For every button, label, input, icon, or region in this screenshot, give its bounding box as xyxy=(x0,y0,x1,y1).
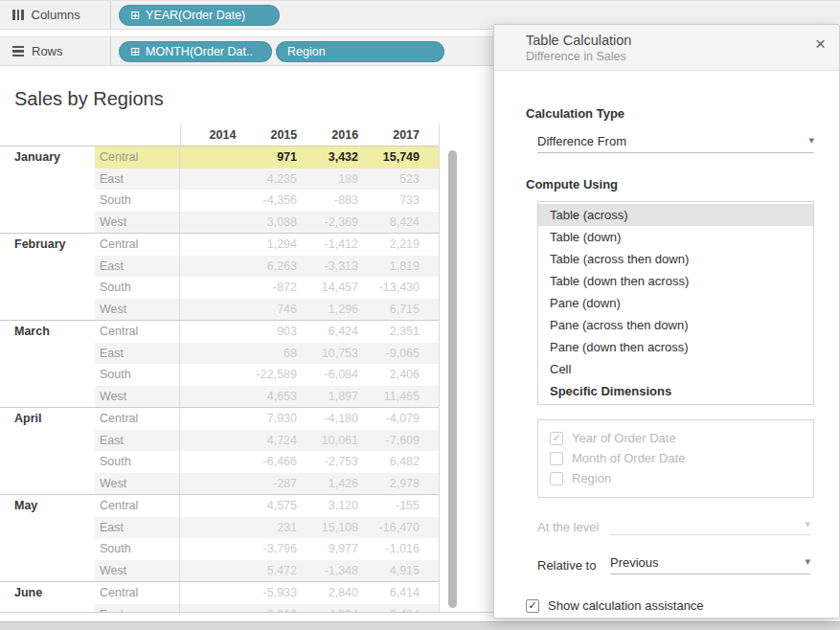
value-cell[interactable] xyxy=(180,277,241,299)
value-cell[interactable]: 231 xyxy=(241,517,303,539)
value-cell[interactable]: -4,180 xyxy=(303,408,364,430)
value-cell[interactable]: 15,749 xyxy=(364,146,425,169)
region-label[interactable]: West xyxy=(95,560,180,582)
region-label[interactable]: Central xyxy=(95,582,180,604)
value-cell[interactable] xyxy=(180,451,241,473)
region-label[interactable]: East xyxy=(95,517,180,539)
value-cell[interactable]: -872 xyxy=(241,277,303,299)
value-cell[interactable]: 4,724 xyxy=(241,430,303,452)
compute-option[interactable]: Table (down) xyxy=(538,226,813,248)
value-cell[interactable]: -6,466 xyxy=(241,451,303,473)
region-label[interactable]: South xyxy=(95,451,180,473)
value-cell[interactable]: 10,061 xyxy=(303,430,364,452)
month-label[interactable]: April xyxy=(0,408,95,494)
value-cell[interactable]: 5,472 xyxy=(241,560,303,582)
region-label[interactable]: Central xyxy=(95,146,180,169)
value-cell[interactable]: -22,589 xyxy=(241,364,303,386)
columns-pill-area[interactable]: ⊞YEAR(Order Date) xyxy=(111,5,280,26)
value-cell[interactable]: 4,915 xyxy=(364,560,425,582)
compute-option[interactable]: Pane (across then down) xyxy=(538,314,813,336)
value-cell[interactable]: 10,753 xyxy=(303,343,364,365)
region-label[interactable]: Central xyxy=(95,495,180,517)
region-label[interactable]: South xyxy=(95,364,180,386)
value-cell[interactable] xyxy=(180,364,241,386)
value-cell[interactable]: 2,406 xyxy=(364,364,425,386)
compute-option[interactable]: Pane (down then across) xyxy=(538,336,813,358)
value-cell[interactable]: -4,079 xyxy=(364,408,425,430)
year-header[interactable]: 2015 xyxy=(241,124,303,146)
value-cell[interactable]: 2,216 xyxy=(241,604,303,614)
value-cell[interactable]: 2,219 xyxy=(364,234,425,256)
value-cell[interactable] xyxy=(180,517,241,539)
value-cell[interactable]: 15,108 xyxy=(303,517,364,539)
month-label[interactable]: June xyxy=(0,582,95,613)
value-cell[interactable]: 1,819 xyxy=(364,256,425,278)
field-pill[interactable]: ⊞YEAR(Order Date) xyxy=(119,5,280,26)
region-label[interactable]: South xyxy=(95,190,180,212)
value-cell[interactable]: 4,235 xyxy=(241,169,303,191)
value-cell[interactable]: 6,414 xyxy=(364,582,425,604)
close-icon[interactable]: × xyxy=(815,34,826,53)
value-cell[interactable] xyxy=(180,256,241,278)
value-cell[interactable]: 4,653 xyxy=(241,386,303,408)
value-cell[interactable]: -1,016 xyxy=(364,538,425,560)
value-cell[interactable]: 1,426 xyxy=(303,473,364,495)
value-cell[interactable]: -6,084 xyxy=(303,364,364,386)
rows-pill-area[interactable]: ⊞MONTH(Order Dat..Region xyxy=(111,41,444,62)
value-cell[interactable]: -287 xyxy=(241,473,303,495)
month-label[interactable]: February xyxy=(0,234,95,320)
value-cell[interactable]: -155 xyxy=(364,495,425,517)
value-cell[interactable]: 4,575 xyxy=(241,495,303,517)
region-label[interactable]: East xyxy=(95,256,180,278)
value-cell[interactable]: 2,484 xyxy=(364,604,425,614)
region-label[interactable]: West xyxy=(95,386,180,408)
value-cell[interactable]: 11,465 xyxy=(364,386,425,408)
region-label[interactable]: South xyxy=(95,277,180,299)
value-cell[interactable]: 6,424 xyxy=(303,321,364,343)
value-cell[interactable]: 733 xyxy=(364,190,425,212)
value-cell[interactable]: 523 xyxy=(364,169,425,191)
value-cell[interactable]: 8,424 xyxy=(364,212,425,234)
value-cell[interactable] xyxy=(180,343,241,365)
value-cell[interactable]: -5,933 xyxy=(241,582,303,604)
value-cell[interactable]: 3,120 xyxy=(303,495,364,517)
value-cell[interactable]: 6,482 xyxy=(364,451,425,473)
value-cell[interactable]: -2,369 xyxy=(303,212,364,234)
value-cell[interactable]: -883 xyxy=(303,190,364,212)
field-pill[interactable]: ⊞MONTH(Order Dat.. xyxy=(119,41,272,62)
region-label[interactable]: South xyxy=(95,538,180,560)
value-cell[interactable]: -3,796 xyxy=(241,538,303,560)
month-label[interactable]: March xyxy=(0,321,95,407)
value-cell[interactable]: 4,894 xyxy=(303,604,364,614)
compute-option[interactable]: Table (down then across) xyxy=(538,270,813,292)
value-cell[interactable]: -4,356 xyxy=(241,190,303,212)
value-cell[interactable]: -2,753 xyxy=(303,451,364,473)
value-cell[interactable] xyxy=(180,190,241,212)
value-cell[interactable]: 9,977 xyxy=(303,538,364,560)
value-cell[interactable] xyxy=(180,560,241,582)
value-cell[interactable]: -3,313 xyxy=(303,256,364,278)
region-label[interactable]: Central xyxy=(95,321,180,343)
value-cell[interactable]: 2,978 xyxy=(364,473,425,495)
value-cell[interactable] xyxy=(180,538,241,560)
value-cell[interactable]: -1,412 xyxy=(303,234,364,256)
value-cell[interactable]: 746 xyxy=(241,299,303,321)
value-cell[interactable] xyxy=(180,146,241,169)
year-header[interactable]: 2014 xyxy=(181,124,242,146)
region-label[interactable]: West xyxy=(95,212,180,234)
value-cell[interactable] xyxy=(180,604,241,614)
value-cell[interactable]: 2,351 xyxy=(364,321,425,343)
value-cell[interactable]: 7,930 xyxy=(241,408,303,430)
region-label[interactable]: West xyxy=(95,299,180,321)
region-label[interactable]: East xyxy=(95,169,180,191)
value-cell[interactable] xyxy=(180,430,241,452)
region-label[interactable]: East xyxy=(95,343,180,365)
value-cell[interactable] xyxy=(180,408,241,430)
compute-option[interactable]: Pane (down) xyxy=(538,292,813,314)
value-cell[interactable] xyxy=(180,386,241,408)
value-cell[interactable]: 14,457 xyxy=(303,277,364,299)
scrollbar-thumb[interactable] xyxy=(448,150,457,608)
value-cell[interactable] xyxy=(180,495,241,517)
relative-to-select[interactable]: Previous ▾ xyxy=(610,555,810,574)
value-cell[interactable]: -16,470 xyxy=(364,517,425,539)
